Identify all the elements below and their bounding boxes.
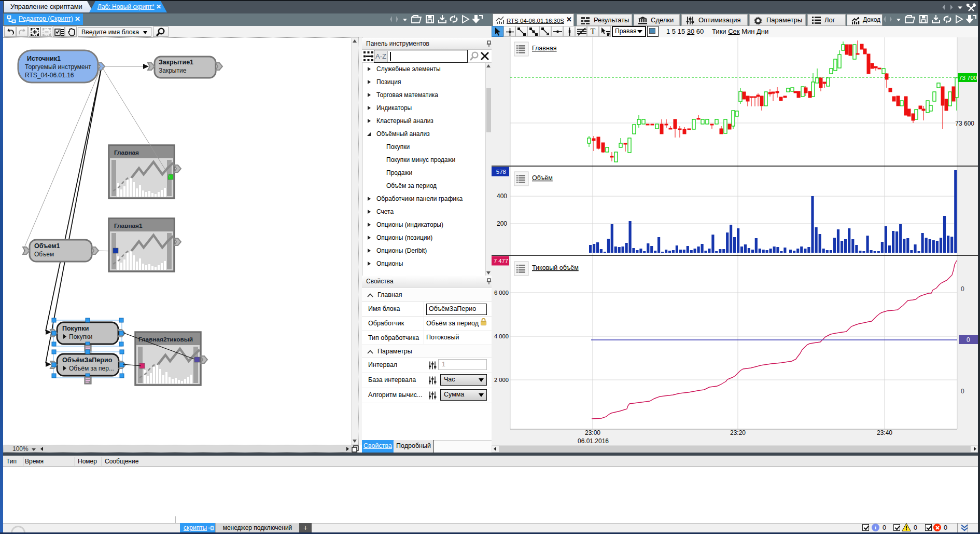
svg-text:Главная1: Главная1 xyxy=(114,222,143,229)
svg-text:23:00: 23:00 xyxy=(585,429,600,436)
svg-text:Покупки: Покупки xyxy=(62,325,89,332)
svg-text:Объем: Объем xyxy=(34,251,54,258)
svg-text:7 477: 7 477 xyxy=(494,258,508,264)
svg-text:200: 200 xyxy=(497,220,507,227)
svg-text:Объём: Объём xyxy=(532,174,553,182)
svg-text:2 000: 2 000 xyxy=(494,377,509,383)
svg-text:06.01.2016: 06.01.2016 xyxy=(578,437,609,445)
svg-text:4 000: 4 000 xyxy=(494,333,509,339)
svg-text:0: 0 xyxy=(961,285,964,293)
svg-text:73 600: 73 600 xyxy=(955,120,974,127)
svg-text:Тиковый объём: Тиковый объём xyxy=(532,264,579,271)
svg-text:ОбъёмЗаПерио: ОбъёмЗаПерио xyxy=(62,357,113,364)
svg-text:73 700: 73 700 xyxy=(959,75,977,81)
svg-text:Главная: Главная xyxy=(532,45,557,52)
svg-text:400: 400 xyxy=(497,193,507,200)
svg-text:Источник1: Источник1 xyxy=(27,55,61,62)
svg-text:0: 0 xyxy=(961,388,964,395)
svg-text:RTS_04-06.01.16: RTS_04-06.01.16 xyxy=(25,72,74,79)
svg-text:23:40: 23:40 xyxy=(877,429,892,436)
svg-text:578: 578 xyxy=(496,169,506,175)
svg-text:6 000: 6 000 xyxy=(494,290,509,296)
svg-text:Главная2тиковый: Главная2тиковый xyxy=(138,336,193,343)
svg-text:Объем1: Объем1 xyxy=(34,242,60,250)
svg-text:Торгуемый инструмент: Торгуемый инструмент xyxy=(25,63,91,71)
svg-text:Закрытие: Закрытие xyxy=(159,67,187,74)
svg-text:Главная: Главная xyxy=(114,149,139,156)
svg-text:23:20: 23:20 xyxy=(730,429,746,436)
svg-text:Объём за пер...: Объём за пер... xyxy=(69,365,114,372)
svg-text:Покупки: Покупки xyxy=(69,333,92,340)
svg-text:0: 0 xyxy=(967,336,970,344)
svg-text:Закрытие1: Закрытие1 xyxy=(159,59,193,66)
